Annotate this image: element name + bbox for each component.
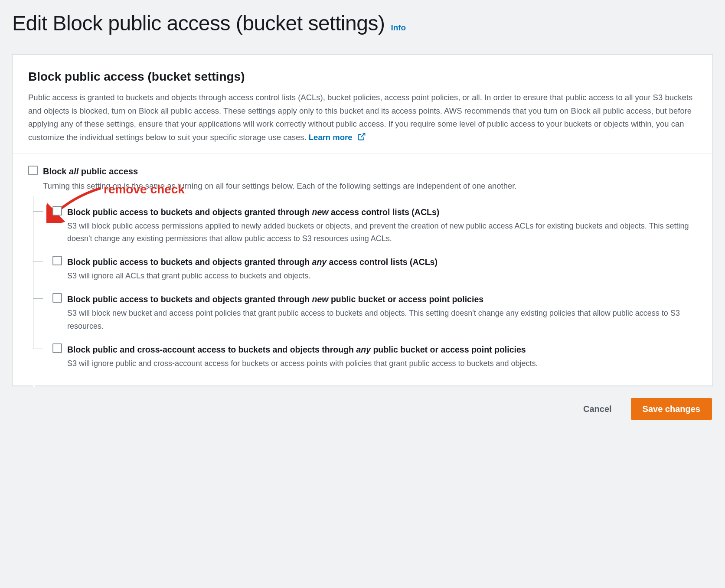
panel-heading: Block public access (bucket settings) [28,67,697,87]
footer-buttons: Cancel Save changes [12,398,713,420]
block-any-policies-checkbox[interactable] [52,343,62,353]
block-all-row: Block all public access Turning this set… [28,164,697,193]
page-title: Edit Block public access (bucket setting… [12,12,385,35]
child-setting-2: Block public access to buckets and objec… [33,283,697,333]
block-new-acls-desc: S3 will block public access permissions … [67,220,697,245]
block-any-acls-desc: S3 will ignore all ACLs that grant publi… [67,270,438,283]
panel-body: Block all public access Turning this set… [13,154,712,385]
block-new-acls-label: Block public access to buckets and objec… [67,205,697,219]
block-new-policies-desc: S3 will block new bucket and access poin… [67,307,697,333]
block-all-desc: Turning this setting on is the same as t… [43,180,517,193]
block-any-policies-label: Block public and cross-account access to… [67,343,538,356]
block-public-access-panel: remove check Block public access (bucket… [12,54,713,386]
child-setting-0: Block public access to buckets and objec… [33,196,697,246]
cancel-button[interactable]: Cancel [572,398,623,420]
block-new-acls-checkbox[interactable] [52,206,62,216]
block-any-policies-desc: S3 will ignore public and cross-account … [67,357,538,370]
block-any-acls-checkbox[interactable] [52,256,62,265]
learn-more-link[interactable]: Learn more [309,133,366,142]
child-settings: Block public access to buckets and objec… [33,196,697,370]
panel-header: Block public access (bucket settings) Pu… [13,55,712,154]
block-any-acls-label: Block public access to buckets and objec… [67,255,438,269]
child-setting-1: Block public access to buckets and objec… [33,245,697,283]
page-title-row: Edit Block public access (bucket setting… [12,12,713,35]
panel-description: Public access is granted to buckets and … [28,91,697,145]
info-link[interactable]: Info [391,21,406,34]
block-new-policies-checkbox[interactable] [52,293,62,303]
block-all-label: Block all public access [43,164,517,179]
block-new-policies-label: Block public access to buckets and objec… [67,292,697,306]
child-setting-3: Block public and cross-account access to… [33,333,697,370]
external-link-icon [357,132,366,145]
block-all-checkbox[interactable] [28,166,38,175]
svg-line-0 [361,133,365,137]
save-changes-button[interactable]: Save changes [631,398,712,420]
